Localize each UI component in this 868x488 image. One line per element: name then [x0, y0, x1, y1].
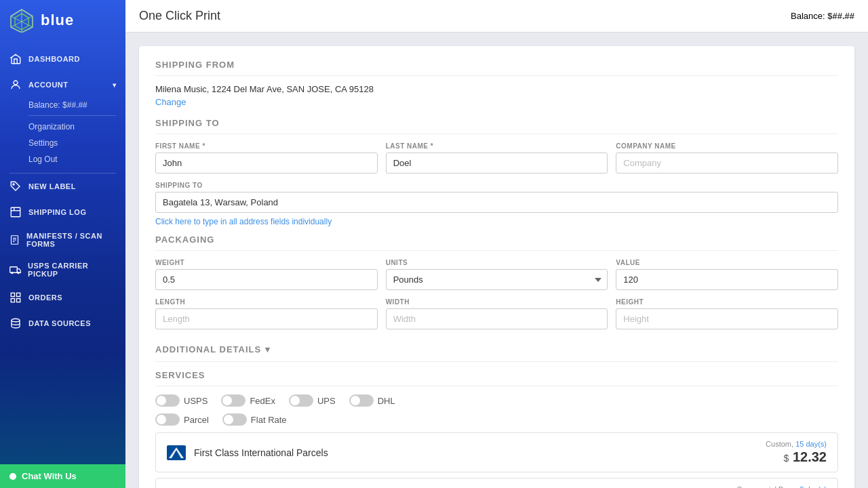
sidebar-item-data-sources[interactable]: DATA SOURCES: [0, 310, 125, 336]
sidebar-item-settings[interactable]: Settings: [28, 135, 116, 151]
form-card: SHIPPING FROM Milena Music, 1224 Del Mar…: [139, 46, 854, 488]
result-1-name: First Class International Parcels: [194, 447, 328, 458]
sidebar-item-logout[interactable]: Log Out: [28, 151, 116, 167]
service-ups: UPS: [289, 394, 336, 407]
height-input[interactable]: [616, 308, 838, 329]
svg-point-21: [12, 319, 20, 322]
account-section: ACCOUNT ▾ Balance: $##.## Organization S…: [0, 72, 125, 173]
main-area: One Click Print Balance: $##.## SHIPPING…: [125, 0, 868, 488]
width-label: WIDTH: [386, 298, 608, 306]
sidebar-item-manifests[interactable]: MANIFESTS / SCAN FORMS: [0, 225, 125, 255]
result-1-right: Custom, 15 day(s) $ 12.32: [766, 440, 827, 465]
result-row-2[interactable]: Priority Mail International Flat Rate En…: [155, 478, 838, 488]
service-usps: USPS: [155, 394, 208, 407]
first-name-input[interactable]: [155, 152, 378, 174]
service-dhl: DHL: [349, 394, 395, 407]
grid-icon: [9, 291, 22, 304]
result-2-meta: Commercial Base, 8 day(s): [736, 485, 827, 488]
account-chevron-icon: ▾: [113, 81, 117, 89]
last-name-group: LAST NAME *: [386, 142, 608, 174]
parcel-label: Parcel: [184, 415, 209, 425]
height-label: HEIGHT: [616, 298, 838, 306]
sidebar-item-orders[interactable]: ORDERS: [0, 285, 125, 310]
change-address-link[interactable]: Change: [155, 97, 186, 107]
address-input[interactable]: [155, 192, 838, 213]
last-name-input[interactable]: [386, 152, 608, 174]
sidebar-item-usps-pickup[interactable]: USPS CARRIER PICKUP: [0, 255, 125, 285]
length-group: LENGTH: [155, 298, 378, 329]
weight-group: WEIGHT: [155, 259, 378, 290]
length-input[interactable]: [155, 308, 378, 329]
fedex-toggle[interactable]: [221, 394, 245, 407]
result-1-price-display: $ 12.32: [766, 449, 827, 465]
last-name-label: LAST NAME *: [386, 142, 608, 150]
svg-point-5: [14, 81, 18, 85]
sidebar-item-organization[interactable]: Organization: [28, 119, 116, 135]
account-submenu: Balance: $##.## Organization Settings Lo…: [9, 98, 116, 167]
home-icon: [9, 53, 22, 65]
logo-icon: [9, 8, 34, 33]
user-icon: [9, 79, 22, 91]
svg-rect-18: [17, 293, 20, 296]
first-name-group: FIRST NAME *: [155, 142, 378, 174]
chat-dot-icon: [9, 473, 16, 480]
company-input[interactable]: [616, 152, 838, 174]
result-1-left: First Class International Parcels: [167, 445, 328, 460]
first-name-label: FIRST NAME *: [155, 142, 378, 150]
top-bar: One Click Print Balance: $##.##: [125, 0, 868, 33]
units-label: UNITS: [386, 259, 608, 266]
truck-icon: [9, 264, 21, 276]
svg-point-15: [12, 272, 13, 274]
value-group: VALUE: [616, 259, 838, 290]
result-1-meta: Custom, 15 day(s): [766, 440, 827, 448]
svg-rect-7: [11, 207, 20, 217]
units-group: UNITS Pounds Ounces Kilograms Grams: [386, 259, 608, 290]
result-row-1[interactable]: First Class International Parcels Custom…: [155, 432, 838, 472]
svg-rect-17: [11, 293, 14, 296]
flat-rate-toggle[interactable]: [222, 413, 247, 426]
app-logo-text: blue: [41, 12, 74, 29]
company-label: COMPANY NAME: [616, 142, 838, 150]
svg-point-16: [18, 272, 19, 274]
package-icon: [9, 206, 22, 218]
balance-display: Balance: $##.##: [28, 98, 116, 113]
address-label: SHIPPING TO: [155, 182, 838, 189]
value-input[interactable]: [616, 269, 838, 290]
width-input[interactable]: [386, 308, 608, 329]
usps-toggle[interactable]: [155, 394, 180, 407]
fedex-label: FedEx: [250, 396, 275, 406]
additional-details-toggle[interactable]: ADDITIONAL DETAILS ▾: [155, 338, 838, 362]
svg-rect-14: [10, 267, 18, 273]
sidebar: blue DASHBOARD ACCOUNT ▾ Balance: $##.##…: [0, 0, 125, 488]
services-row-2: Parcel Flat Rate: [155, 413, 838, 426]
parcel-toggle[interactable]: [155, 413, 180, 426]
sidebar-item-dashboard[interactable]: DASHBOARD: [0, 46, 125, 72]
svg-rect-20: [17, 299, 20, 302]
database-icon: [9, 317, 22, 329]
tag-icon: [9, 180, 22, 192]
shipping-from-address: Milena Music, 1224 Del Mar Ave, SAN JOSE…: [155, 84, 838, 94]
weight-input[interactable]: [155, 269, 378, 290]
sidebar-nav: DASHBOARD ACCOUNT ▾ Balance: $##.## Orga…: [0, 41, 125, 464]
packaging-title: PACKAGING: [155, 235, 838, 251]
chat-bar[interactable]: Chat With Us: [0, 464, 125, 488]
dhl-label: DHL: [378, 396, 395, 406]
shipping-to-title: SHIPPING TO: [155, 118, 838, 134]
services-title: SERVICES: [155, 370, 838, 386]
units-select[interactable]: Pounds Ounces Kilograms Grams: [386, 269, 608, 290]
height-group: HEIGHT: [616, 298, 838, 329]
file-icon: [9, 234, 20, 246]
dhl-toggle[interactable]: [349, 394, 374, 407]
packaging-row-1: WEIGHT UNITS Pounds Ounces Kilograms Gra…: [155, 259, 838, 290]
usps-label: USPS: [184, 396, 208, 406]
ups-toggle[interactable]: [289, 394, 313, 407]
click-here-link[interactable]: Click here to type in all address fields…: [155, 217, 838, 226]
length-label: LENGTH: [155, 298, 378, 306]
chevron-down-icon: ▾: [265, 344, 271, 354]
content-area: SHIPPING FROM Milena Music, 1224 Del Mar…: [125, 33, 868, 488]
value-label: VALUE: [616, 259, 838, 266]
sidebar-item-new-label[interactable]: NEW LABEL: [0, 174, 125, 199]
sidebar-item-account[interactable]: ACCOUNT ▾: [9, 72, 116, 98]
ups-label: UPS: [317, 396, 336, 406]
sidebar-item-shipping-log[interactable]: SHIPPING LOG: [0, 199, 125, 225]
